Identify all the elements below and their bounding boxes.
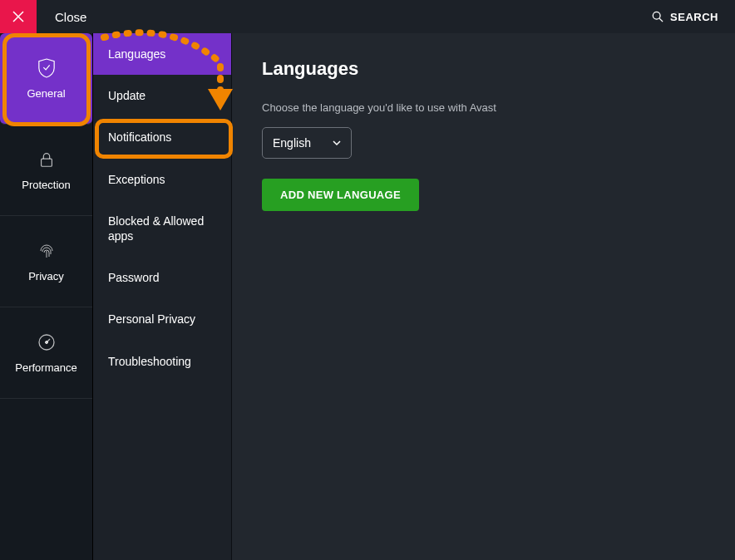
search-button[interactable]: SEARCH: [652, 11, 718, 23]
sub-item-update[interactable]: Update: [93, 75, 231, 116]
search-label: SEARCH: [670, 11, 718, 23]
add-language-button[interactable]: ADD NEW LANGUAGE: [262, 179, 419, 211]
svg-point-0: [653, 12, 660, 19]
close-button[interactable]: [0, 0, 37, 33]
sub-item-languages[interactable]: Languages: [93, 33, 231, 75]
close-label: Close: [55, 10, 86, 24]
sub-item-notifications[interactable]: Notifications: [93, 116, 231, 158]
page-description: Choose the language you'd like to use wi…: [262, 101, 705, 114]
sub-item-password[interactable]: Password: [93, 257, 231, 298]
page-title: Languages: [262, 58, 705, 80]
sub-item-exceptions[interactable]: Exceptions: [93, 159, 231, 200]
nav-label-privacy: Privacy: [28, 270, 64, 282]
nav-item-general[interactable]: General: [0, 33, 92, 125]
sub-nav: Languages Update Notifications Exception…: [93, 33, 232, 560]
svg-point-3: [45, 341, 47, 344]
language-select-value: English: [273, 136, 311, 150]
svg-rect-1: [41, 159, 52, 166]
nav-label-performance: Performance: [15, 361, 76, 374]
shield-icon: [36, 57, 57, 79]
nav-item-privacy[interactable]: Privacy: [0, 216, 92, 307]
left-nav: General Protection Privacy Per: [0, 33, 93, 560]
chevron-down-icon: [333, 139, 341, 147]
nav-label-protection: Protection: [22, 179, 71, 191]
sub-item-troubleshooting[interactable]: Troubleshooting: [93, 341, 231, 382]
nav-item-performance[interactable]: Performance: [0, 307, 92, 399]
nav-item-protection[interactable]: Protection: [0, 125, 92, 216]
main-content: Languages Choose the language you'd like…: [232, 33, 735, 560]
search-icon: [652, 11, 663, 22]
gauge-icon: [36, 332, 57, 353]
sub-item-personal-privacy[interactable]: Personal Privacy: [93, 298, 231, 340]
sub-item-blocked-allowed[interactable]: Blocked & Allowed apps: [93, 200, 231, 257]
close-icon: [12, 11, 24, 22]
fingerprint-icon: [36, 240, 57, 262]
language-select[interactable]: English: [262, 127, 352, 159]
lock-icon: [36, 149, 57, 170]
nav-label-general: General: [27, 87, 65, 100]
